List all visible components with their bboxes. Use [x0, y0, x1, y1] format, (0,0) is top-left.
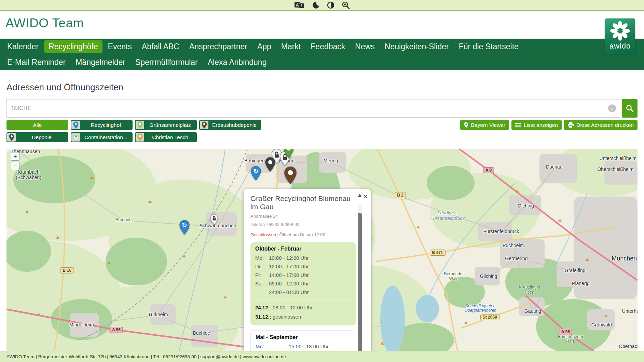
popup-address: Ahornallee 24	[250, 214, 355, 219]
filter-label: Recyclinghof	[80, 122, 132, 128]
nav-item-markt[interactable]: Markt	[277, 40, 305, 53]
popup-scrollbar[interactable]	[358, 194, 362, 351]
scrollbar-thumb[interactable]	[358, 213, 362, 351]
nav-item-sperrm-llformular[interactable]: Sperrmüllformular	[131, 56, 202, 69]
filter-label: Deponie	[16, 134, 68, 140]
hours-row: Mo:15:00 - 18:00 Uhr	[256, 342, 351, 351]
search-row: ×	[6, 99, 638, 118]
recyclinghof-pin-icon: ↻	[71, 121, 80, 129]
status-note: Öffnet am Di. um 12:00	[279, 232, 325, 237]
filter-erdaushubdeponie[interactable]: Erdaushubdeponie	[199, 120, 261, 130]
contrast-icon[interactable]	[327, 1, 335, 9]
popup-status: Geschlossen|Öffnet am Di. um 12:00	[250, 232, 355, 237]
nav-item-f-r-die-startseite[interactable]: Für die Startseite	[454, 40, 523, 53]
hours-section-title: Mai - September	[256, 334, 351, 340]
filter-label: Containerstation...	[80, 134, 132, 140]
header: AWIDO Team	[0, 11, 644, 39]
filter-label: Alle	[7, 122, 68, 128]
scroll-up-arrow-icon[interactable]	[358, 194, 362, 197]
diese-adressen-drucken-button[interactable]: Diese Adressen drucken	[564, 120, 638, 130]
map-popup: Großer Recyclinghof Blumenau im Gau Ahor…	[244, 189, 371, 351]
awido-flower-icon	[605, 18, 635, 43]
nav-item-ansprechpartner[interactable]: Ansprechpartner	[185, 40, 252, 53]
nav-item-app[interactable]: App	[253, 40, 276, 53]
nav-item-e-mail-reminder[interactable]: E-Mail Reminder	[3, 56, 70, 69]
filter-row-2: Deponie Containerstation... Christian Te…	[6, 132, 638, 142]
svg-text:z̄: z̄	[301, 4, 302, 8]
special-hours-row: 31.12.: geschlossen	[255, 312, 351, 321]
nav-item-kalender[interactable]: Kalender	[3, 40, 43, 53]
search-button[interactable]	[622, 99, 638, 118]
svg-text:↻: ↻	[182, 222, 187, 229]
nav-item-abfall-abc[interactable]: Abfall ABC	[137, 40, 184, 53]
road-badge-b-471: B 471	[429, 250, 445, 256]
accessibility-toolbar: A z̄	[0, 0, 644, 11]
map-zoom-control: + −	[11, 152, 19, 170]
printer-icon	[568, 122, 574, 128]
filter-recyclinghof[interactable]: ↻Recyclinghof	[71, 120, 133, 130]
filter-label: Christian Tesch	[144, 134, 196, 140]
search-input[interactable]	[7, 99, 620, 117]
map-marker-dot[interactable]	[265, 157, 276, 173]
zoom-out-button[interactable]: −	[11, 162, 19, 170]
liste-anzeigen-button[interactable]: Liste anzeigen	[511, 120, 562, 130]
translate-icon[interactable]: A z̄	[294, 1, 305, 9]
hours-section-title: Oktober - Februar	[255, 246, 351, 252]
map-marker-dot[interactable]	[283, 149, 294, 160]
awido-logo-text: awido	[609, 42, 631, 51]
map-actions: Bayern ViewerListe anzeigenDiese Adresse…	[460, 120, 638, 130]
nav-item-events[interactable]: Events	[104, 40, 136, 53]
list-icon	[515, 123, 521, 128]
map-marker-lock[interactable]	[210, 214, 218, 226]
map[interactable]: ThannhausenKrumbach (Schwaben)BurgholzB …	[6, 149, 638, 351]
popup-phone: Telefon: 08232 92698 00	[250, 222, 355, 227]
nav-item-feedback[interactable]: Feedback	[306, 40, 350, 53]
nav-item-recyclingh-fe[interactable]: Recyclinghöfe	[44, 40, 102, 53]
special-hours-row: 24.12.: 08:00 - 12:00 Uhr	[255, 303, 351, 312]
hours-row: Fr:14:00 - 17:00 Uhr	[255, 271, 351, 279]
map-marker-dot-selected[interactable]	[284, 166, 297, 186]
filter-label: Grünsammelplatz	[144, 122, 196, 128]
christian-tesch-pin-icon	[136, 133, 144, 142]
hours-row: 24:00 - 01:00 Uhr	[255, 288, 351, 296]
road-badge-a-8: A 8	[483, 167, 494, 173]
footer-text: AWIDO Team | Bürgermeister-Wohlfarth-Str…	[6, 354, 286, 359]
nav-item-m-ngelmelder[interactable]: Mängelmelder	[71, 56, 130, 69]
filter-label: Erdaushubdeponie	[208, 122, 260, 128]
nav-item-neuigkeiten-slider[interactable]: Neuigkeiten-Slider	[380, 40, 453, 53]
map-marker-recycle[interactable]: ↻	[179, 220, 190, 236]
clear-search-icon[interactable]: ×	[608, 105, 616, 112]
hours-row: Di:12:00 - 17:00 Uhr	[255, 262, 351, 271]
svg-text:A: A	[296, 2, 299, 7]
page-title: Adressen und Öffnungszeiten	[6, 82, 123, 93]
road-badge-b-2: B 2	[395, 192, 406, 198]
dark-mode-icon[interactable]	[312, 1, 320, 9]
svg-text:↻: ↻	[253, 168, 258, 175]
map-marker-recycle[interactable]: ↻	[250, 166, 261, 182]
filter-christian-tesch[interactable]: Christian Tesch	[135, 132, 197, 142]
filter-containerstation[interactable]: Containerstation...	[71, 132, 133, 142]
popup-close-button[interactable]: ×	[363, 192, 368, 201]
search-box: ×	[6, 99, 620, 118]
road-badge-a-96: A 96	[110, 327, 123, 333]
filter-alle[interactable]: Alle	[6, 120, 68, 130]
gr-nsammelplatz-pin-icon	[136, 121, 144, 129]
app-title: AWIDO Team	[5, 16, 84, 30]
nav-item-news[interactable]: News	[351, 40, 379, 53]
opening-hours-winter: Oktober - FebruarMo:10:00 - 12:00 UhrDi:…	[250, 242, 356, 325]
hours-row: Mo:10:00 - 12:00 Uhr	[255, 254, 351, 262]
pin-icon	[464, 122, 468, 128]
nav-row-2: E-Mail ReminderMängelmelderSperrmüllform…	[0, 54, 644, 70]
filter-deponie[interactable]: Deponie	[6, 132, 68, 142]
nav-item-alexa-anbindung[interactable]: Alexa Anbindung	[203, 56, 271, 69]
containerstation-pin-icon	[71, 133, 80, 142]
road-badge-b-16: B 16	[60, 267, 74, 273]
popup-title: Großer Recyclinghof Blumenau im Gau	[250, 195, 355, 211]
zoom-plus-icon[interactable]	[342, 1, 350, 9]
status-closed: Geschlossen	[250, 232, 276, 237]
bayern-viewer-button[interactable]: Bayern Viewer	[460, 120, 509, 130]
erdaushubdeponie-pin-icon	[200, 121, 208, 129]
zoom-in-button[interactable]: +	[11, 152, 19, 161]
road-badge-a-95: A 95	[559, 329, 572, 335]
filter-gr-nsammelplatz[interactable]: Grünsammelplatz	[135, 120, 197, 130]
